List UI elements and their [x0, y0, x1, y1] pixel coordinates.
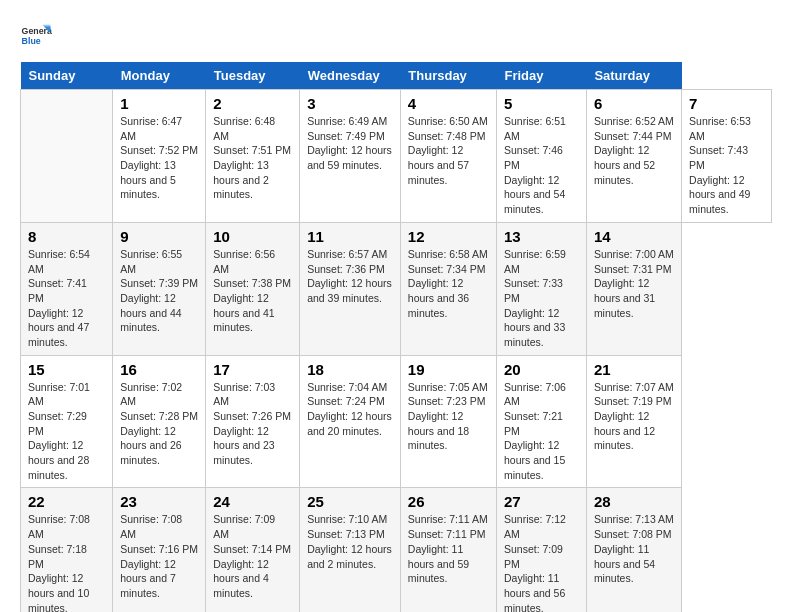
col-header-monday: Monday — [113, 62, 206, 90]
day-number: 13 — [504, 228, 579, 245]
calendar-day-13: 13 Sunrise: 6:59 AMSunset: 7:33 PMDaylig… — [496, 222, 586, 355]
col-header-friday: Friday — [496, 62, 586, 90]
day-info: Sunrise: 7:11 AMSunset: 7:11 PMDaylight:… — [408, 513, 488, 584]
day-info: Sunrise: 6:55 AMSunset: 7:39 PMDaylight:… — [120, 248, 198, 333]
day-number: 15 — [28, 361, 105, 378]
calendar-day-10: 10 Sunrise: 6:56 AMSunset: 7:38 PMDaylig… — [206, 222, 300, 355]
day-info: Sunrise: 7:05 AMSunset: 7:23 PMDaylight:… — [408, 381, 488, 452]
header-row: SundayMondayTuesdayWednesdayThursdayFrid… — [21, 62, 772, 90]
calendar-day-26: 26 Sunrise: 7:11 AMSunset: 7:11 PMDaylig… — [400, 488, 496, 612]
calendar-day-23: 23 Sunrise: 7:08 AMSunset: 7:16 PMDaylig… — [113, 488, 206, 612]
day-info: Sunrise: 6:53 AMSunset: 7:43 PMDaylight:… — [689, 115, 751, 215]
day-info: Sunrise: 7:08 AMSunset: 7:18 PMDaylight:… — [28, 513, 90, 612]
calendar-day-8: 8 Sunrise: 6:54 AMSunset: 7:41 PMDayligh… — [21, 222, 113, 355]
day-info: Sunrise: 7:02 AMSunset: 7:28 PMDaylight:… — [120, 381, 198, 466]
day-info: Sunrise: 6:48 AMSunset: 7:51 PMDaylight:… — [213, 115, 291, 200]
day-info: Sunrise: 7:09 AMSunset: 7:14 PMDaylight:… — [213, 513, 291, 598]
day-number: 9 — [120, 228, 198, 245]
col-header-tuesday: Tuesday — [206, 62, 300, 90]
page-header: General Blue — [20, 20, 772, 52]
day-number: 17 — [213, 361, 292, 378]
day-number: 1 — [120, 95, 198, 112]
calendar-day-24: 24 Sunrise: 7:09 AMSunset: 7:14 PMDaylig… — [206, 488, 300, 612]
calendar-day-3: 3 Sunrise: 6:49 AMSunset: 7:49 PMDayligh… — [300, 90, 401, 223]
calendar-table: SundayMondayTuesdayWednesdayThursdayFrid… — [20, 62, 772, 612]
day-info: Sunrise: 7:10 AMSunset: 7:13 PMDaylight:… — [307, 513, 392, 569]
day-number: 21 — [594, 361, 674, 378]
day-number: 4 — [408, 95, 489, 112]
day-number: 27 — [504, 493, 579, 510]
day-info: Sunrise: 7:07 AMSunset: 7:19 PMDaylight:… — [594, 381, 674, 452]
day-number: 22 — [28, 493, 105, 510]
calendar-day-1: 1 Sunrise: 6:47 AMSunset: 7:52 PMDayligh… — [113, 90, 206, 223]
calendar-day-17: 17 Sunrise: 7:03 AMSunset: 7:26 PMDaylig… — [206, 355, 300, 488]
day-info: Sunrise: 7:04 AMSunset: 7:24 PMDaylight:… — [307, 381, 392, 437]
calendar-week-2: 15 Sunrise: 7:01 AMSunset: 7:29 PMDaylig… — [21, 355, 772, 488]
day-info: Sunrise: 6:50 AMSunset: 7:48 PMDaylight:… — [408, 115, 488, 186]
calendar-day-20: 20 Sunrise: 7:06 AMSunset: 7:21 PMDaylig… — [496, 355, 586, 488]
day-info: Sunrise: 7:12 AMSunset: 7:09 PMDaylight:… — [504, 513, 566, 612]
day-number: 12 — [408, 228, 489, 245]
col-header-thursday: Thursday — [400, 62, 496, 90]
day-info: Sunrise: 6:54 AMSunset: 7:41 PMDaylight:… — [28, 248, 90, 348]
day-number: 20 — [504, 361, 579, 378]
day-info: Sunrise: 6:56 AMSunset: 7:38 PMDaylight:… — [213, 248, 291, 333]
calendar-week-3: 22 Sunrise: 7:08 AMSunset: 7:18 PMDaylig… — [21, 488, 772, 612]
logo: General Blue — [20, 20, 52, 52]
day-info: Sunrise: 7:06 AMSunset: 7:21 PMDaylight:… — [504, 381, 566, 481]
day-number: 16 — [120, 361, 198, 378]
calendar-day-28: 28 Sunrise: 7:13 AMSunset: 7:08 PMDaylig… — [586, 488, 681, 612]
calendar-day-5: 5 Sunrise: 6:51 AMSunset: 7:46 PMDayligh… — [496, 90, 586, 223]
day-number: 8 — [28, 228, 105, 245]
calendar-day-15: 15 Sunrise: 7:01 AMSunset: 7:29 PMDaylig… — [21, 355, 113, 488]
day-info: Sunrise: 6:47 AMSunset: 7:52 PMDaylight:… — [120, 115, 198, 200]
calendar-week-1: 8 Sunrise: 6:54 AMSunset: 7:41 PMDayligh… — [21, 222, 772, 355]
calendar-day-11: 11 Sunrise: 6:57 AMSunset: 7:36 PMDaylig… — [300, 222, 401, 355]
calendar-day-14: 14 Sunrise: 7:00 AMSunset: 7:31 PMDaylig… — [586, 222, 681, 355]
calendar-week-0: 1 Sunrise: 6:47 AMSunset: 7:52 PMDayligh… — [21, 90, 772, 223]
day-number: 7 — [689, 95, 764, 112]
calendar-day-16: 16 Sunrise: 7:02 AMSunset: 7:28 PMDaylig… — [113, 355, 206, 488]
empty-cell — [21, 90, 113, 223]
calendar-day-19: 19 Sunrise: 7:05 AMSunset: 7:23 PMDaylig… — [400, 355, 496, 488]
day-info: Sunrise: 6:52 AMSunset: 7:44 PMDaylight:… — [594, 115, 674, 186]
col-header-saturday: Saturday — [586, 62, 681, 90]
day-number: 19 — [408, 361, 489, 378]
day-info: Sunrise: 7:13 AMSunset: 7:08 PMDaylight:… — [594, 513, 674, 584]
calendar-day-27: 27 Sunrise: 7:12 AMSunset: 7:09 PMDaylig… — [496, 488, 586, 612]
day-number: 28 — [594, 493, 674, 510]
day-number: 2 — [213, 95, 292, 112]
calendar-day-4: 4 Sunrise: 6:50 AMSunset: 7:48 PMDayligh… — [400, 90, 496, 223]
day-number: 26 — [408, 493, 489, 510]
col-header-sunday: Sunday — [21, 62, 113, 90]
day-info: Sunrise: 7:01 AMSunset: 7:29 PMDaylight:… — [28, 381, 90, 481]
day-info: Sunrise: 6:58 AMSunset: 7:34 PMDaylight:… — [408, 248, 488, 319]
calendar-day-18: 18 Sunrise: 7:04 AMSunset: 7:24 PMDaylig… — [300, 355, 401, 488]
calendar-day-22: 22 Sunrise: 7:08 AMSunset: 7:18 PMDaylig… — [21, 488, 113, 612]
day-info: Sunrise: 6:49 AMSunset: 7:49 PMDaylight:… — [307, 115, 392, 171]
day-number: 5 — [504, 95, 579, 112]
col-header-wednesday: Wednesday — [300, 62, 401, 90]
day-info: Sunrise: 6:57 AMSunset: 7:36 PMDaylight:… — [307, 248, 392, 304]
calendar-day-25: 25 Sunrise: 7:10 AMSunset: 7:13 PMDaylig… — [300, 488, 401, 612]
svg-text:Blue: Blue — [22, 36, 41, 46]
day-number: 3 — [307, 95, 393, 112]
day-info: Sunrise: 7:08 AMSunset: 7:16 PMDaylight:… — [120, 513, 198, 598]
day-number: 24 — [213, 493, 292, 510]
calendar-day-2: 2 Sunrise: 6:48 AMSunset: 7:51 PMDayligh… — [206, 90, 300, 223]
day-number: 18 — [307, 361, 393, 378]
calendar-day-9: 9 Sunrise: 6:55 AMSunset: 7:39 PMDayligh… — [113, 222, 206, 355]
day-info: Sunrise: 6:59 AMSunset: 7:33 PMDaylight:… — [504, 248, 566, 348]
day-number: 10 — [213, 228, 292, 245]
calendar-day-6: 6 Sunrise: 6:52 AMSunset: 7:44 PMDayligh… — [586, 90, 681, 223]
calendar-day-12: 12 Sunrise: 6:58 AMSunset: 7:34 PMDaylig… — [400, 222, 496, 355]
day-number: 23 — [120, 493, 198, 510]
logo-icon: General Blue — [20, 20, 52, 52]
day-info: Sunrise: 7:03 AMSunset: 7:26 PMDaylight:… — [213, 381, 291, 466]
day-number: 25 — [307, 493, 393, 510]
calendar-day-21: 21 Sunrise: 7:07 AMSunset: 7:19 PMDaylig… — [586, 355, 681, 488]
day-number: 14 — [594, 228, 674, 245]
day-number: 6 — [594, 95, 674, 112]
day-number: 11 — [307, 228, 393, 245]
day-info: Sunrise: 7:00 AMSunset: 7:31 PMDaylight:… — [594, 248, 674, 319]
